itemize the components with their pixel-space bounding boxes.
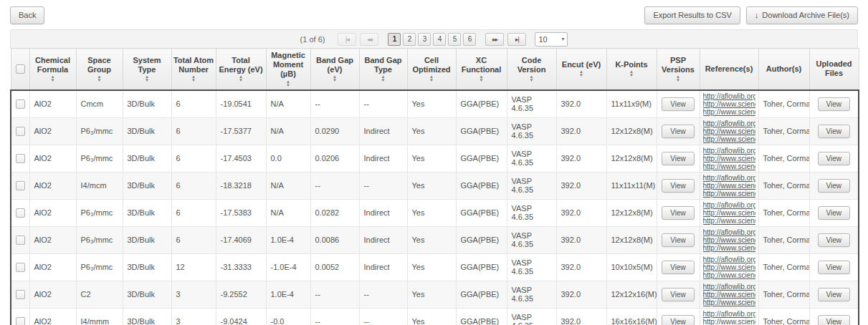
reference-link[interactable]: http://aflowlib.org	[703, 147, 755, 155]
reference-link[interactable]: http://www.science	[703, 263, 755, 271]
sort-icon[interactable]: ▲▼	[239, 75, 243, 82]
reference-link[interactable]: http://www.science	[703, 182, 755, 190]
psp-view-button[interactable]: View	[662, 261, 695, 274]
reference-link[interactable]: http://www.science	[703, 108, 755, 116]
sort-icon[interactable]: ▲▼	[145, 75, 149, 82]
column-header-magnetic-moment[interactable]: Magnetic Moment (µB)▲▼	[266, 49, 310, 90]
uploaded-files-view-button[interactable]: View	[818, 152, 851, 165]
cell-authors: Toher, Cormac; ...	[758, 226, 809, 253]
row-select-checkbox[interactable]	[16, 263, 25, 272]
first-page-button[interactable]: |◂	[338, 33, 356, 46]
sort-icon[interactable]: ▲▼	[480, 75, 484, 82]
reference-link[interactable]: http://aflowlib.org	[703, 201, 755, 209]
reference-link[interactable]: http://aflowlib.org	[703, 228, 755, 236]
column-header-psp-versions[interactable]: PSP Versions▲▼	[657, 49, 700, 90]
uploaded-files-view-button[interactable]: View	[818, 206, 851, 220]
prev-page-button[interactable]: ◂◂	[360, 33, 378, 46]
psp-view-button[interactable]: View	[662, 233, 695, 247]
next-page-button[interactable]: ▸▸	[485, 33, 504, 46]
page-button-5[interactable]: 5	[448, 33, 461, 46]
sort-icon[interactable]: ▲▼	[333, 75, 337, 82]
reference-link[interactable]: http://aflowlib.org	[703, 283, 755, 291]
reference-link[interactable]: http://www.science	[703, 291, 755, 299]
sort-icon[interactable]: ▲▼	[676, 75, 680, 82]
psp-view-button[interactable]: View	[662, 206, 695, 220]
reference-link[interactable]: http://www.science	[703, 100, 755, 108]
page-button-3[interactable]: 3	[418, 33, 431, 46]
psp-view-button[interactable]: View	[662, 179, 695, 193]
column-header-k-points[interactable]: K-Points▲▼	[606, 49, 657, 90]
row-select-checkbox[interactable]	[16, 100, 25, 109]
sort-icon[interactable]: ▲▼	[629, 70, 634, 77]
row-select-checkbox[interactable]	[16, 154, 25, 163]
sort-icon[interactable]: ▲▼	[191, 75, 196, 82]
row-select-checkbox[interactable]	[16, 127, 25, 136]
row-select-checkbox[interactable]	[16, 290, 25, 299]
select-all-checkbox[interactable]	[16, 64, 25, 74]
download-archive-button[interactable]: ↓ Download Archive File(s)	[746, 6, 858, 24]
reference-link[interactable]: http://aflowlib.org	[703, 120, 755, 127]
column-header-system-type[interactable]: System Type▲▼	[123, 49, 171, 90]
column-header-encut[interactable]: Encut (eV)▲▼	[556, 49, 606, 90]
cell-encut: 392.0	[556, 90, 606, 118]
cell-xc-functional: GGA(PBE)	[456, 226, 507, 253]
reference-link[interactable]: http://www.science	[703, 299, 755, 306]
column-header-space-group[interactable]: Space Group▲▼	[76, 49, 123, 90]
sort-icon[interactable]: ▲▼	[286, 80, 290, 87]
row-select-checkbox[interactable]	[16, 208, 25, 218]
reference-link[interactable]: http://www.science	[703, 209, 755, 217]
reference-link[interactable]: http://www.science	[703, 318, 755, 325]
reference-link[interactable]: http://www.science	[703, 155, 755, 162]
reference-link[interactable]: http://www.science	[703, 244, 755, 252]
psp-view-button[interactable]: View	[662, 125, 695, 138]
psp-view-button[interactable]: View	[662, 288, 695, 301]
reference-link[interactable]: http://aflowlib.org	[703, 174, 755, 182]
reference-link[interactable]: http://www.science	[703, 162, 755, 170]
reference-link[interactable]: http://www.science	[703, 190, 755, 198]
reference-link[interactable]: http://www.science	[703, 217, 755, 225]
uploaded-files-view-button[interactable]: View	[818, 288, 851, 301]
sort-icon[interactable]: ▲▼	[530, 75, 534, 82]
column-header-code-version[interactable]: Code Version▲▼	[507, 49, 556, 90]
reference-link[interactable]: http://www.science	[703, 135, 755, 143]
column-header-cell-optimized[interactable]: Cell Optimized▲▼	[407, 49, 456, 90]
row-select-checkbox[interactable]	[16, 236, 25, 245]
page-button-6[interactable]: 6	[463, 33, 476, 46]
cell-code-version: VASP 4.6.35	[507, 145, 556, 172]
uploaded-files-view-button[interactable]: View	[818, 125, 851, 138]
column-header-total-atom-number[interactable]: Total Atom Number▲▼	[171, 49, 216, 90]
column-header-xc-functional[interactable]: XC Functional▲▼	[456, 49, 507, 90]
reference-link[interactable]: http://www.science	[703, 127, 755, 135]
uploaded-files-view-button[interactable]: View	[818, 261, 851, 274]
psp-view-button[interactable]: View	[662, 315, 695, 325]
row-select-checkbox[interactable]	[16, 181, 25, 190]
back-button[interactable]: Back	[10, 6, 44, 24]
psp-view-button[interactable]: View	[662, 152, 695, 165]
reference-link[interactable]: http://www.science	[703, 236, 755, 244]
reference-link[interactable]: http://www.science	[703, 271, 755, 279]
sort-icon[interactable]: ▲▼	[97, 75, 102, 82]
uploaded-files-view-button[interactable]: View	[818, 97, 851, 111]
column-header-total-energy[interactable]: Total Energy (eV)▲▼	[216, 49, 266, 90]
export-csv-button[interactable]: Export Results to CSV	[644, 6, 740, 24]
row-select-checkbox[interactable]	[16, 317, 25, 325]
reference-link[interactable]: http://aflowlib.org	[703, 92, 755, 100]
reference-link[interactable]: http://aflowlib.org	[703, 310, 755, 318]
rows-per-page-select[interactable]: 10 ▾	[535, 32, 568, 47]
uploaded-files-view-button[interactable]: View	[818, 233, 851, 247]
uploaded-files-view-button[interactable]: View	[818, 179, 851, 193]
page-button-4[interactable]: 4	[433, 33, 446, 46]
column-header-chemical-formula[interactable]: Chemical Formula▲▼	[29, 49, 76, 90]
column-header-band-gap-type[interactable]: Band Gap Type▲▼	[359, 49, 407, 90]
sort-icon[interactable]: ▲▼	[51, 75, 55, 82]
last-page-button[interactable]: ▸|	[507, 33, 526, 46]
column-header-band-gap[interactable]: Band Gap (eV)▲▼	[310, 49, 359, 90]
page-button-1[interactable]: 1	[388, 33, 401, 46]
psp-view-button[interactable]: View	[662, 97, 695, 111]
sort-icon[interactable]: ▲▼	[579, 70, 583, 77]
sort-icon[interactable]: ▲▼	[381, 75, 386, 82]
page-button-2[interactable]: 2	[403, 33, 416, 46]
reference-link[interactable]: http://aflowlib.org	[703, 256, 755, 263]
sort-icon[interactable]: ▲▼	[429, 75, 434, 82]
uploaded-files-view-button[interactable]: View	[818, 315, 851, 325]
